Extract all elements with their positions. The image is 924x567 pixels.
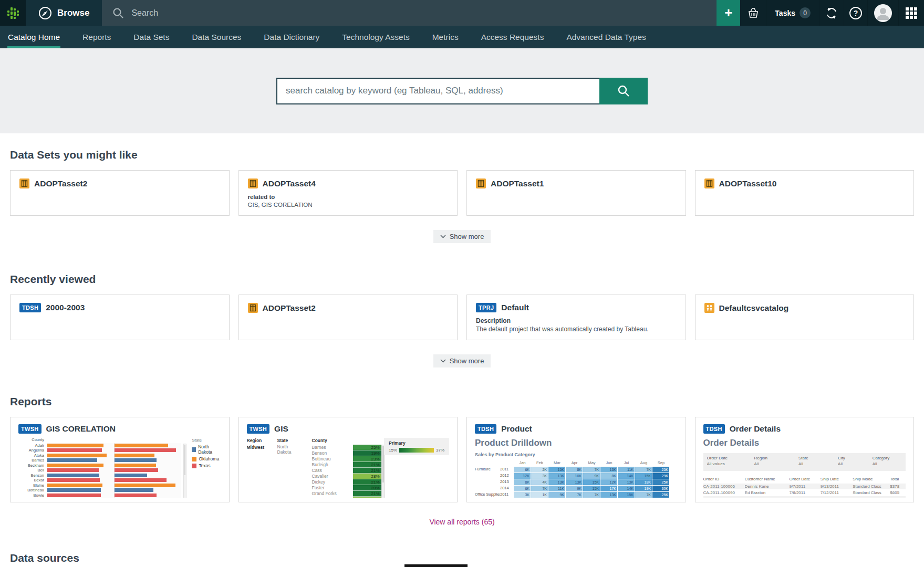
county-name: Cavalier	[312, 474, 353, 479]
heatmap-cell: 1K	[531, 492, 548, 498]
recent-card-2000-2003[interactable]: TDSH2000-2003	[10, 295, 230, 340]
order-cell: CA-2011-100090	[703, 490, 745, 496]
basket-button[interactable]	[740, 0, 766, 26]
card-header: ADOPTasset4	[248, 178, 449, 188]
heatmap-cell: 30K	[652, 486, 669, 491]
filter-category[interactable]: CategoryAll	[873, 456, 902, 466]
datasets-show-more-button[interactable]: Show more	[433, 230, 491, 243]
bar-panel	[114, 493, 181, 498]
dataset-card-adoptasset4[interactable]: ADOPTasset4related toGIS, GIS CORELATION	[238, 170, 458, 216]
recent-card-default[interactable]: TPRJDefaultDescriptionThe default projec…	[466, 295, 686, 340]
viz-subtitle: Sales by Product Category	[475, 452, 678, 457]
order-cell: Neil Französisch	[745, 496, 790, 498]
report-card-product[interactable]: TDSHProductProduct DrilldownSales by Pro…	[466, 417, 686, 502]
top-bar: Browse Search + Tasks 0	[0, 0, 924, 26]
recent-show-more-button[interactable]: Show more	[433, 354, 491, 368]
nav-item-reports[interactable]: Reports	[82, 26, 111, 48]
sync-button[interactable]	[819, 0, 844, 26]
dataset-card-adoptasset10[interactable]: ADOPTasset10	[695, 170, 915, 216]
nav-item-technology-assets[interactable]: Technology Assets	[341, 26, 410, 48]
heatmap-cell: 14K	[618, 486, 635, 491]
help-button[interactable]: ?	[844, 0, 868, 26]
nav-item-metrics[interactable]: Metrics	[432, 26, 459, 48]
county-name: Dickey	[312, 479, 353, 485]
region-column: RegionMidwest	[247, 438, 277, 498]
col-customer-name: Customer Name	[745, 477, 790, 481]
year-label: 2011	[500, 492, 514, 498]
bar	[47, 454, 107, 457]
value-cell: 21%	[353, 491, 381, 497]
bar-row-label: Barnes	[18, 458, 47, 463]
month-label: Jan	[514, 460, 531, 466]
thumbnail-scrollbar[interactable]	[183, 444, 186, 498]
report-thumbnail: RegionMidwestStateNorth DakotaCountyBarn…	[247, 438, 450, 498]
card-header: ADOPTasset2	[248, 303, 449, 313]
category-label	[475, 479, 500, 485]
bar-row-bowie: Bowie	[18, 493, 182, 498]
card-header: ADOPTasset2	[19, 178, 220, 188]
bar	[115, 444, 168, 447]
object-type-badge: TDSH	[703, 424, 725, 434]
heatmap-cell: 25K	[652, 492, 669, 498]
dataset-card-adoptasset1[interactable]: ADOPTasset1	[466, 170, 686, 216]
heatmap-row: 20146K7K11K9K15K17K14K19K30K	[475, 486, 678, 491]
recent-card-defaultcsvcatalog[interactable]: Defaultcsvcatalog	[695, 295, 915, 340]
card-header: TWSHGIS CORELATION	[18, 424, 221, 434]
heatmap-cell: 8K	[600, 473, 617, 479]
card-header: TWSHGIS	[247, 424, 450, 434]
category-label	[475, 473, 500, 479]
bar	[47, 488, 101, 492]
catalog-search-button[interactable]	[599, 78, 648, 104]
view-all-reports-link[interactable]: View all reports (65)	[429, 518, 494, 526]
value-column: 25%19%23%21%21%28%21%20%21%28%32%	[353, 438, 381, 498]
bar-row-bell: Bell	[18, 468, 182, 473]
nav-item-data-sets[interactable]: Data Sets	[133, 26, 170, 48]
scrollbar-horizontal[interactable]	[404, 564, 468, 567]
global-search[interactable]: Search	[102, 0, 687, 26]
card-related: related toGIS, GIS CORELATION	[248, 193, 449, 209]
filter-city[interactable]: CityAll	[838, 456, 873, 466]
card-title: Product	[501, 424, 532, 434]
compose-button[interactable]: +	[717, 0, 740, 26]
bar	[47, 494, 101, 497]
heatmap-cell: 3K	[514, 492, 531, 498]
filter-label: City	[838, 456, 873, 460]
alation-logo[interactable]	[0, 0, 26, 26]
heatmap-cell: 19K	[635, 486, 652, 491]
catalog-search-input[interactable]	[276, 78, 599, 104]
browse-button[interactable]: Browse	[26, 0, 102, 26]
report-thumbnail: Product DrilldownSales by Product Catego…	[475, 438, 678, 498]
value-cell: 28%	[353, 474, 381, 479]
nav-item-data-dictionary[interactable]: Data Dictionary	[263, 26, 320, 48]
reports-section-title: Reports	[10, 395, 914, 408]
filter-region[interactable]: RegionAll	[754, 456, 798, 466]
region-value: Midwest	[247, 445, 277, 450]
recent-card-adoptasset2[interactable]: ADOPTasset2	[238, 295, 458, 340]
nav-item-advanced-data-types[interactable]: Advanced Data Types	[566, 26, 646, 48]
heatmap-cell: 12K	[600, 479, 617, 485]
nav-item-access-requests[interactable]: Access Requests	[481, 26, 545, 48]
report-card-gis[interactable]: TWSHGISRegionMidwestStateNorth DakotaCou…	[238, 417, 458, 502]
tasks-button[interactable]: Tasks 0	[766, 0, 819, 26]
report-card-order-details[interactable]: TDSHOrder DetailsOrder DetailsOrder Date…	[695, 417, 915, 502]
bar-row-beckham: Beckham	[18, 463, 182, 468]
table-icon	[704, 178, 714, 188]
heatmap-cell: 7K	[635, 467, 652, 472]
search-icon	[112, 7, 124, 19]
card-header: TDSHOrder Details	[703, 424, 906, 434]
bar-panel	[114, 448, 181, 453]
filter-state[interactable]: StateAll	[798, 456, 838, 466]
card-title: ADOPTasset10	[719, 179, 777, 188]
nav-item-catalog-home[interactable]: Catalog Home	[7, 26, 60, 48]
bar-row-adair: Adair	[18, 443, 182, 448]
user-menu-button[interactable]	[868, 0, 898, 26]
heatmap-cell: 25K	[652, 467, 669, 472]
heatmap-cell: 15K	[548, 467, 565, 472]
filter-label: Region	[754, 456, 798, 460]
dataset-card-adoptasset2[interactable]: ADOPTasset2	[10, 170, 230, 216]
report-card-gis-corelation[interactable]: TWSHGIS CORELATIONCountyAdairAngelinaAto…	[10, 417, 230, 502]
apps-grid-button[interactable]	[898, 0, 924, 26]
legend-max: 37%	[436, 448, 444, 453]
filter-order-date[interactable]: Order DateAll values	[707, 456, 754, 466]
nav-item-data-sources[interactable]: Data Sources	[191, 26, 242, 48]
